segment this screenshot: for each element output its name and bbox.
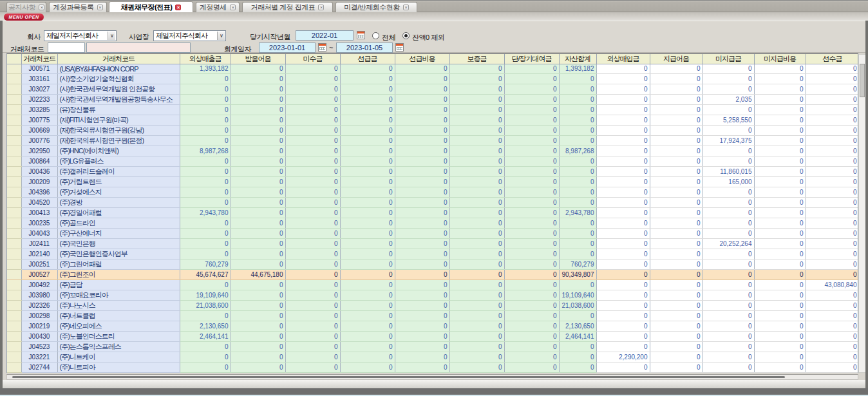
table-row[interactable]: J00527(주)그린조이45,674,62744,675,1800000090… (7, 269, 858, 279)
amount-cell[interactable]: 0 (650, 135, 703, 146)
amount-cell[interactable]: 0 (449, 197, 504, 207)
amount-cell[interactable]: 0 (596, 166, 650, 176)
amount-cell[interactable]: 0 (559, 104, 596, 115)
amount-cell[interactable]: 0 (754, 166, 806, 176)
amount-cell[interactable]: 0 (285, 156, 340, 166)
amount-cell[interactable]: 0 (340, 207, 395, 218)
amount-cell[interactable]: 0 (395, 64, 449, 74)
vendor-name-cell[interactable]: (사)한국관세무역개발원 인천공항 (57, 84, 180, 94)
amount-cell[interactable]: 0 (754, 331, 806, 341)
table-row[interactable]: J00776(재)한국의류시험연구원(본점)000000000017,924,3… (7, 135, 858, 146)
amount-cell[interactable]: 0 (504, 341, 559, 352)
vendor-code-cell[interactable]: J04043 (21, 228, 57, 238)
amount-cell[interactable]: 0 (650, 146, 703, 156)
amount-cell[interactable]: 0 (596, 300, 650, 310)
calendar-icon[interactable] (357, 31, 365, 39)
amount-cell[interactable]: 0 (504, 64, 559, 74)
amount-cell[interactable]: 1,393,182 (180, 64, 231, 74)
amount-cell[interactable]: 0 (559, 176, 596, 187)
amount-cell[interactable]: 0 (285, 331, 340, 341)
amount-cell[interactable]: 0 (285, 84, 340, 94)
row-indicator-cell[interactable] (7, 331, 21, 341)
amount-cell[interactable]: 0 (180, 341, 231, 352)
amount-cell[interactable]: 0 (285, 269, 340, 279)
amount-cell[interactable]: 2,130,650 (180, 321, 231, 331)
amount-cell[interactable]: 0 (231, 115, 285, 125)
row-indicator-cell[interactable] (7, 166, 21, 176)
table-row[interactable]: J04396(주)거성에스지0000000000000 (7, 187, 858, 197)
amount-cell[interactable]: 0 (703, 249, 754, 259)
amount-cell[interactable]: 0 (650, 321, 703, 331)
table-row[interactable]: J00413(주)경일어패럴2,943,7800000002,943,78000… (7, 207, 858, 218)
tab-1[interactable]: 공지사항× (6, 2, 46, 12)
amount-cell[interactable]: 0 (504, 94, 559, 104)
amount-cell[interactable]: 0 (285, 279, 340, 290)
amount-cell[interactable]: 0 (504, 249, 559, 259)
amount-cell[interactable]: 11,860,015 (703, 166, 754, 176)
amount-cell[interactable]: 0 (754, 146, 806, 156)
amount-cell[interactable]: 0 (650, 94, 703, 104)
amount-cell[interactable]: 0 (449, 259, 504, 269)
amount-cell[interactable]: 0 (806, 115, 858, 125)
amount-cell[interactable]: 0 (180, 156, 231, 166)
vendor-code-cell[interactable]: J02233 (21, 94, 57, 104)
table-row[interactable]: J00864(주)LG유플러스0000000000000 (7, 156, 858, 166)
amount-cell[interactable]: 0 (703, 125, 754, 135)
amount-cell[interactable]: 0 (504, 104, 559, 115)
amount-cell[interactable]: 2,290,200 (596, 352, 650, 362)
amount-cell[interactable]: 0 (285, 321, 340, 331)
amount-cell[interactable]: 0 (504, 279, 559, 290)
amount-cell[interactable]: 0 (231, 64, 285, 74)
amount-cell[interactable]: 0 (231, 166, 285, 176)
amount-cell[interactable]: 0 (449, 125, 504, 135)
amount-cell[interactable]: 0 (596, 310, 650, 321)
row-indicator-cell[interactable] (7, 269, 21, 279)
amount-cell[interactable]: 0 (340, 135, 395, 146)
amount-cell[interactable]: 0 (340, 352, 395, 362)
amount-cell[interactable]: 0 (754, 300, 806, 310)
amount-cell[interactable]: 0 (596, 218, 650, 228)
table-row[interactable]: J03980(주)꼬매요코리아19,109,64000000019,109,64… (7, 290, 858, 300)
amount-cell[interactable]: 0 (754, 207, 806, 218)
amount-cell[interactable]: 2,130,650 (559, 321, 596, 331)
amount-cell[interactable]: 0 (596, 372, 650, 373)
table-row[interactable]: J04043(주)구산에너지0000000000000 (7, 228, 858, 238)
row-indicator-cell[interactable] (7, 352, 21, 362)
amount-cell[interactable]: 0 (504, 300, 559, 310)
amount-cell[interactable]: 0 (559, 310, 596, 321)
amount-cell[interactable]: 0 (340, 104, 395, 115)
chevron-down-icon[interactable]: ∨ (108, 32, 115, 40)
amount-cell[interactable]: 2,464,141 (559, 331, 596, 341)
amount-cell[interactable]: 0 (285, 125, 340, 135)
amount-cell[interactable]: 0 (285, 310, 340, 321)
amount-cell[interactable]: 0 (754, 372, 806, 373)
amount-cell[interactable]: 0 (180, 228, 231, 238)
amount-cell[interactable]: 0 (596, 84, 650, 94)
row-indicator-cell[interactable] (7, 176, 21, 187)
amount-cell[interactable]: 0 (504, 73, 559, 84)
row-indicator-cell[interactable] (7, 104, 21, 115)
vendor-code-cell[interactable]: J00571 (21, 64, 57, 74)
amount-cell[interactable]: 0 (285, 290, 340, 300)
amount-cell[interactable]: 0 (504, 187, 559, 197)
vendor-name-cell[interactable]: (주)경일어패럴 (57, 207, 180, 218)
amount-cell[interactable]: 0 (180, 115, 231, 125)
amount-cell[interactable]: 0 (449, 228, 504, 238)
amount-cell[interactable]: 0 (703, 197, 754, 207)
amount-cell[interactable]: 0 (231, 372, 285, 373)
amount-cell[interactable]: 0 (180, 372, 231, 373)
amount-cell[interactable]: 44,675,180 (231, 269, 285, 279)
amount-cell[interactable]: 0 (806, 73, 858, 84)
amount-cell[interactable]: 0 (650, 207, 703, 218)
amount-cell[interactable]: 0 (703, 331, 754, 341)
vendor-code-cell[interactable]: J00864 (21, 156, 57, 166)
amount-cell[interactable]: 0 (285, 64, 340, 74)
amount-cell[interactable]: 0 (806, 207, 858, 218)
amount-cell[interactable]: 0 (231, 249, 285, 259)
amount-cell[interactable]: 0 (504, 218, 559, 228)
amount-cell[interactable]: 0 (504, 197, 559, 207)
table-row[interactable]: J03027(사)한국관세무역개발원 인천공항0000000000000 (7, 84, 858, 94)
row-indicator-cell[interactable] (7, 84, 21, 94)
calendar-icon[interactable] (318, 43, 326, 52)
amount-cell[interactable]: 0 (650, 249, 703, 259)
